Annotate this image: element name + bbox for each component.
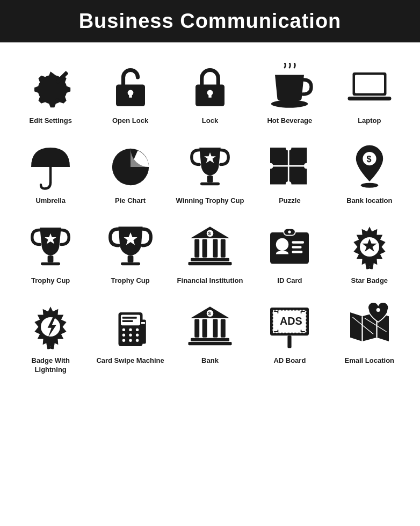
- email-location-cell: Email Location: [330, 293, 409, 382]
- laptop-icon: [345, 63, 394, 111]
- bank-location-cell: $ Bank location: [330, 133, 409, 213]
- financial-institution-icon: $: [186, 223, 234, 271]
- star-badge-icon: [345, 223, 394, 271]
- svg-point-84: [376, 308, 380, 312]
- bank-icon: $: [186, 303, 234, 351]
- open-lock-label: Open Lock: [112, 116, 148, 126]
- pie-chart-icon: [106, 143, 155, 191]
- svg-point-60: [129, 333, 132, 336]
- hot-beverage-icon: [265, 63, 314, 111]
- svg-rect-26: [121, 262, 140, 265]
- open-lock-icon: [106, 63, 155, 111]
- hot-beverage-label: Hot Beverage: [267, 116, 312, 126]
- hot-beverage-cell: Hot Beverage: [250, 53, 329, 133]
- svg-point-8: [271, 100, 308, 107]
- svg-rect-14: [207, 176, 213, 182]
- svg-text:$: $: [208, 231, 211, 236]
- svg-rect-32: [202, 239, 207, 257]
- ad-board-cell: ADS AD Board: [250, 293, 329, 382]
- ad-board-icon: ADS: [265, 303, 314, 351]
- svg-point-62: [122, 339, 125, 341]
- open-lock-cell: Open Lock: [90, 53, 170, 133]
- lock-icon: [186, 63, 234, 111]
- svg-rect-15: [200, 182, 220, 185]
- svg-rect-41: [292, 251, 303, 253]
- ad-board-label: AD Board: [273, 356, 306, 366]
- umbrella-cell: Umbrella: [11, 133, 90, 213]
- page-title: Business Communication: [5, 10, 415, 33]
- lock-cell: Lock: [170, 53, 250, 133]
- email-location-icon: [345, 303, 394, 351]
- svg-rect-10: [355, 75, 384, 93]
- svg-point-56: [122, 328, 125, 331]
- svg-rect-73: [221, 319, 226, 337]
- email-location-label: Email Location: [345, 356, 394, 366]
- svg-rect-75: [188, 342, 231, 345]
- svg-rect-66: [141, 322, 144, 324]
- puzzle-label: Puzzle: [279, 196, 300, 206]
- svg-rect-54: [122, 317, 136, 319]
- svg-text:$: $: [366, 154, 371, 164]
- svg-point-64: [135, 339, 138, 341]
- pie-chart-cell: Pie Chart: [90, 133, 170, 213]
- trophy-cup-1-cell: Trophy Cup: [11, 213, 90, 293]
- umbrella-label: Umbrella: [35, 196, 66, 206]
- svg-point-43: [288, 230, 291, 233]
- svg-rect-74: [191, 338, 229, 341]
- svg-point-58: [135, 328, 138, 331]
- winning-trophy-cup-label: Winning Trophy Cup: [176, 196, 244, 206]
- header: Business Communication: [0, 0, 420, 42]
- svg-text:$: $: [208, 311, 211, 316]
- svg-rect-36: [188, 262, 231, 265]
- star-badge-cell: Star Badge: [330, 213, 409, 293]
- bank-cell: $ Bank: [170, 293, 250, 382]
- svg-rect-33: [213, 239, 218, 257]
- bank-label: Bank: [201, 356, 219, 366]
- svg-rect-25: [127, 255, 133, 262]
- badge-with-lightning-cell: Badge With Lightning: [11, 293, 90, 382]
- lock-label: Lock: [202, 116, 218, 126]
- card-swipe-machine-label: Card Swipe Machine: [96, 356, 164, 366]
- trophy-cup-icon-2: [106, 223, 155, 271]
- svg-rect-40: [292, 246, 302, 249]
- svg-point-59: [122, 333, 125, 336]
- trophy-cup-1-label: Trophy Cup: [31, 276, 70, 286]
- trophy-cup-2-cell: Trophy Cup: [90, 213, 170, 293]
- card-swipe-machine-icon: [106, 303, 155, 351]
- svg-rect-34: [221, 239, 226, 257]
- edit-settings-label: Edit Settings: [29, 116, 71, 126]
- winning-trophy-cup-icon: [186, 143, 234, 191]
- svg-rect-70: [194, 319, 199, 337]
- financial-institution-label: Financial Institution: [177, 276, 243, 286]
- financial-institution-cell: $ Financial Institution: [170, 213, 250, 293]
- trophy-cup-icon-1: [26, 223, 75, 271]
- puzzle-cell: Puzzle: [250, 133, 329, 213]
- laptop-label: Laptop: [358, 116, 381, 126]
- svg-rect-71: [202, 319, 207, 337]
- id-card-icon: [265, 223, 314, 271]
- bank-location-label: Bank location: [346, 196, 392, 206]
- id-card-label: ID Card: [277, 276, 302, 286]
- star-badge-label: Star Badge: [351, 276, 388, 286]
- trophy-cup-2-label: Trophy Cup: [111, 276, 149, 286]
- svg-rect-55: [122, 320, 133, 322]
- pie-chart-label: Pie Chart: [115, 196, 146, 206]
- card-swipe-machine-cell: Card Swipe Machine: [90, 293, 170, 382]
- svg-rect-22: [48, 255, 54, 262]
- svg-point-57: [129, 328, 132, 331]
- svg-rect-79: [288, 335, 292, 348]
- icon-grid: Edit Settings Open Lock Lock: [0, 48, 420, 392]
- winning-trophy-cup-cell: Winning Trophy Cup: [170, 133, 250, 213]
- svg-rect-72: [213, 319, 218, 337]
- edit-settings-icon: [26, 63, 75, 111]
- id-card-cell: ID Card: [250, 213, 329, 293]
- svg-point-63: [129, 339, 132, 341]
- svg-rect-7: [208, 93, 211, 98]
- svg-point-21: [361, 183, 378, 188]
- svg-rect-4: [129, 93, 132, 98]
- umbrella-icon: [26, 143, 75, 191]
- badge-with-lightning-label: Badge With Lightning: [15, 356, 86, 375]
- svg-rect-35: [191, 258, 229, 261]
- laptop-cell: Laptop: [330, 53, 409, 133]
- svg-rect-31: [194, 239, 199, 257]
